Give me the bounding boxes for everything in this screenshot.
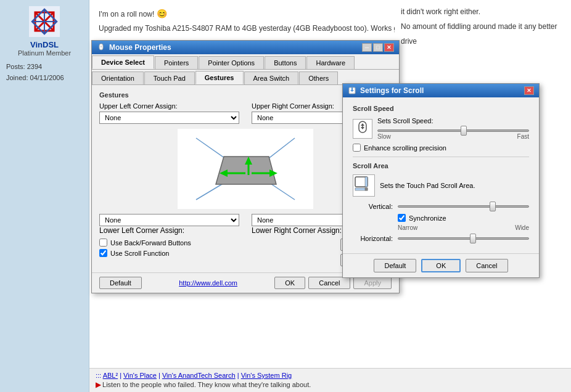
scroll-speed-icon (353, 119, 372, 139)
touchpad-diagram (178, 129, 313, 209)
bottom-links: ::: ABL² | Vin's Place | Vin's AnandTech… (96, 372, 565, 379)
user-info: Posts: 2394 Joined: 04/11/2006 (6, 62, 83, 83)
vins-place-link[interactable]: Vin's Place (123, 372, 157, 379)
enhance-checkbox[interactable] (353, 144, 361, 152)
horizontal-thumb[interactable] (470, 234, 476, 243)
bottom-prefix: ::: (96, 372, 101, 379)
enhance-row: Enhance scrolling precision (353, 144, 529, 152)
scroll-speed-thumb[interactable] (461, 126, 467, 136)
scroll-area-icon (353, 174, 375, 197)
tab-gestures[interactable]: Gestures (195, 71, 244, 84)
fast-label: Fast (517, 133, 529, 140)
scroll-default-button[interactable]: Default (374, 259, 416, 272)
narrow-wide-labels: Narrow Wide (353, 224, 529, 231)
tab-device-select[interactable]: Device Select (92, 55, 154, 69)
scroll-function-row: Use Scroll Function (99, 249, 191, 257)
mouse-default-button[interactable]: Default (99, 277, 142, 289)
sync-row: Synchronize (353, 214, 529, 222)
scroll-ok-button[interactable]: OK (421, 259, 461, 272)
scroll-mouse-icon (354, 120, 371, 137)
upper-left-group: Upper Left Corner Assign: None (99, 102, 239, 124)
horizontal-track (398, 237, 529, 240)
vertical-label: Vertical: (353, 203, 393, 210)
scroll-dialog-titlebar: Settings for Scroll ✕ (343, 84, 539, 97)
sets-scroll-label: Sets Scroll Speed: (377, 117, 529, 125)
back-forward-label: Use Back/Forward Buttons (110, 239, 191, 247)
forum-text-1: it didn't work right either. (401, 6, 565, 17)
close-button[interactable]: ✕ (384, 43, 394, 52)
svg-rect-25 (365, 188, 368, 190)
scroll-area-row: Sets the Touch Pad Scroll Area. (353, 174, 529, 197)
mouse-apply-button[interactable]: Apply (353, 277, 392, 289)
scroll-close-button[interactable]: ✕ (524, 86, 534, 95)
maximize-button[interactable]: □ (373, 43, 383, 52)
titlebar-title-area: Mouse Properties (97, 43, 171, 52)
back-forward-checkbox[interactable] (99, 239, 107, 247)
vertical-thumb[interactable] (490, 202, 496, 211)
mouse-icon (97, 43, 105, 52)
lower-left-select[interactable]: None (99, 214, 239, 226)
mouse-dialog-titlebar: Mouse Properties ─ □ ✕ (92, 41, 399, 54)
anandtech-search-link[interactable]: Vin's AnandTech Search (162, 372, 236, 379)
bottom-abl2[interactable]: ABL² (103, 372, 118, 379)
touchpad-scroll-icon (354, 176, 374, 195)
tab-buttons[interactable]: Buttons (265, 56, 306, 69)
scroll-dialog-icon (348, 86, 356, 95)
mouse-cancel-button[interactable]: Cancel (308, 277, 350, 289)
tabs-row1: Device Select Pointers Pointer Options B… (92, 54, 399, 70)
scroll-dialog-title: Settings for Scroll (360, 86, 424, 95)
enhance-label: Enhance scrolling precision (364, 144, 446, 152)
minimize-button[interactable]: ─ (362, 43, 372, 52)
scroll-dialog-buttons: Default OK Cancel (343, 253, 539, 277)
titlebar-buttons: ─ □ ✕ (362, 43, 394, 52)
scroll-speed-row: Sets Scroll Speed: Slow Fast (353, 117, 529, 140)
ok-cancel-apply-group: OK Cancel Apply (274, 277, 392, 289)
forum-text-3: drive (401, 36, 565, 47)
tab-hardware[interactable]: Hardware (306, 56, 355, 69)
dell-link[interactable]: http://www.dell.com (179, 279, 237, 287)
tab-touch-pad[interactable]: Touch Pad (144, 71, 195, 84)
horizontal-slider-row: Horizontal: (353, 235, 529, 242)
svg-rect-23 (365, 177, 368, 187)
scroll-speed-labels: Slow Fast (377, 133, 529, 140)
scroll-function-label: Use Scroll Function (110, 250, 169, 257)
vertical-slider-row: Vertical: (353, 203, 529, 210)
scroll-function-checkbox[interactable] (99, 249, 107, 257)
divider1 (353, 157, 529, 157)
forum-text-2: No amount of fiddling around made it any… (401, 21, 565, 32)
scroll-settings-dialog: Settings for Scroll ✕ Scroll Speed Sets … (342, 83, 540, 278)
scroll-area-title: Scroll Area (353, 162, 529, 169)
upper-left-select[interactable]: None (99, 112, 239, 124)
upper-left-label: Upper Left Corner Assign: (99, 102, 239, 110)
sidebar: VinDSL Platinum Member Posts: 2394 Joine… (0, 0, 89, 392)
tab-orientation[interactable]: Orientation (92, 71, 144, 84)
scroll-speed-slider-area: Sets Scroll Speed: Slow Fast (377, 117, 529, 140)
sync-label: Synchronize (409, 214, 446, 222)
vertical-track (398, 205, 529, 208)
mouse-ok-button[interactable]: OK (274, 277, 305, 289)
scroll-speed-track (377, 129, 529, 132)
lower-left-label: Lower Left Corner Assign: (99, 226, 184, 235)
bottom-subtitle: ▶ Listen to the people who failed. They … (96, 381, 565, 389)
scroll-cancel-button[interactable]: Cancel (466, 259, 507, 272)
back-forward-row: Use Back/Forward Buttons (99, 239, 191, 247)
tab-others[interactable]: Others (299, 71, 338, 84)
user-avatar-icon (29, 6, 60, 37)
sets-touchpad-label: Sets the Touch Pad Scroll Area. (380, 182, 475, 189)
user-rank-label: Platinum Member (6, 49, 83, 57)
sync-checkbox[interactable] (398, 214, 406, 222)
system-rig-link[interactable]: Vin's System Rig (241, 372, 292, 379)
svg-marker-8 (216, 157, 276, 184)
wide-label: Wide (515, 224, 529, 231)
slow-label: Slow (377, 133, 391, 140)
tab-area-switch[interactable]: Area Switch (244, 71, 299, 84)
tab-pointer-options[interactable]: Pointer Options (199, 56, 264, 69)
scroll-titlebar-buttons: ✕ (524, 86, 534, 95)
horizontal-label: Horizontal: (353, 235, 393, 242)
narrow-label: Narrow (398, 224, 417, 231)
bottom-bar: ::: ABL² | Vin's Place | Vin's AnandTech… (89, 368, 571, 392)
lower-left-group: None Lower Left Corner Assign: (99, 214, 239, 235)
username-label: VinDSL (6, 40, 83, 49)
tab-pointers[interactable]: Pointers (155, 56, 198, 69)
scroll-dialog-body: Scroll Speed Sets Scroll Speed: Slow Fas… (343, 97, 539, 253)
